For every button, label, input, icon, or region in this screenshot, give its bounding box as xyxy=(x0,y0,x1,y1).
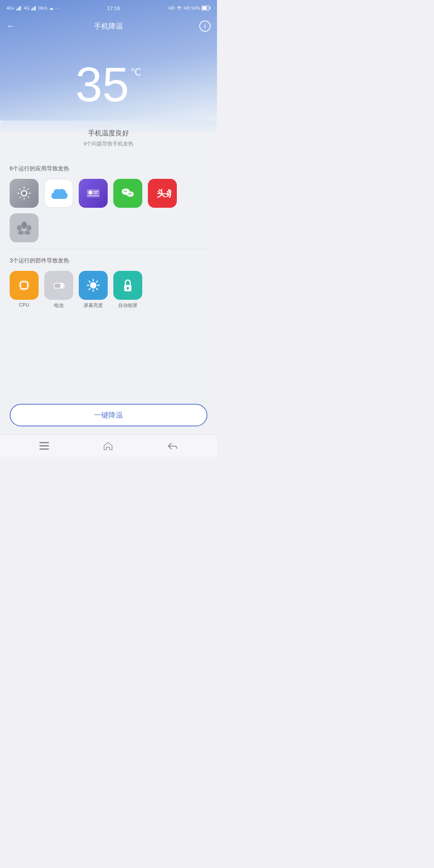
svg-point-12 xyxy=(22,191,26,195)
svg-point-14 xyxy=(88,190,92,194)
menu-nav-button[interactable] xyxy=(39,442,49,450)
back-button[interactable]: ← xyxy=(6,21,15,31)
brightness-label: 屏幕亮度 xyxy=(84,302,103,309)
component-battery[interactable]: 电池 xyxy=(44,271,73,309)
temperature-display: 35 ℃ xyxy=(76,60,141,108)
status-right: HD HD 54% xyxy=(168,6,211,10)
svg-rect-39 xyxy=(23,280,24,281)
svg-rect-36 xyxy=(28,285,29,285)
wechat-icon xyxy=(119,184,137,202)
svg-point-25 xyxy=(21,221,27,229)
svg-rect-17 xyxy=(88,195,99,196)
battery-comp-icon xyxy=(51,277,67,293)
svg-rect-9 xyxy=(202,7,207,10)
settings-icon xyxy=(15,184,33,202)
icloud-icon xyxy=(50,188,68,199)
battery-label: 电池 xyxy=(54,302,63,309)
toutiao-icon: 头条 xyxy=(154,184,171,202)
svg-point-23 xyxy=(130,193,131,194)
svg-point-21 xyxy=(126,191,127,192)
svg-rect-37 xyxy=(28,286,29,287)
svg-point-27 xyxy=(27,225,31,231)
lock-label: 自动锁屏 xyxy=(118,302,137,309)
svg-rect-58 xyxy=(127,288,128,290)
svg-rect-42 xyxy=(23,289,24,291)
svg-rect-45 xyxy=(55,284,60,288)
app-wechat[interactable] xyxy=(113,179,142,208)
cloud-icon: ☁ xyxy=(49,6,53,11)
battery-percent: HD 54% xyxy=(184,6,200,10)
app-settings[interactable] xyxy=(10,179,39,208)
svg-rect-2 xyxy=(19,7,20,10)
svg-point-22 xyxy=(129,193,130,194)
bottom-nav xyxy=(0,434,217,457)
cool-button[interactable]: 一键降温 xyxy=(10,404,207,426)
svg-rect-1 xyxy=(18,8,18,10)
speed-label: 0K/s xyxy=(39,6,47,10)
status-left: 4G+ 4G 0K/s ☁ ··· xyxy=(6,6,59,11)
components-section-title: 3个运行的部件导致发热 xyxy=(10,257,207,264)
svg-rect-41 xyxy=(22,289,23,291)
main-content: 手机温度良好 9个问题导致手机发热 6个运行的应用导致发热 xyxy=(0,121,217,457)
lock-icon xyxy=(120,277,136,293)
svg-point-29 xyxy=(25,231,30,235)
home-nav-button[interactable] xyxy=(103,441,113,451)
app-icloud[interactable] xyxy=(44,179,73,208)
svg-rect-33 xyxy=(19,285,20,285)
svg-point-26 xyxy=(17,225,22,231)
nav-bar: ← 手机降温 i xyxy=(0,16,217,36)
battery-icon xyxy=(202,6,211,10)
status-sub-text: 9个问题导致手机发热 xyxy=(0,140,217,147)
info-button[interactable]: i xyxy=(199,20,211,32)
hd-label: HD xyxy=(168,6,175,10)
signal2-label: 4G xyxy=(24,6,30,10)
svg-line-55 xyxy=(89,289,90,290)
status-main-text: 手机温度良好 xyxy=(0,129,217,138)
brightness-icon xyxy=(85,277,101,293)
svg-rect-46 xyxy=(63,284,65,287)
brightness-component-icon xyxy=(79,271,108,300)
svg-point-28 xyxy=(18,231,24,235)
bottom-area: 一键降温 xyxy=(0,396,217,434)
temperature-value: 35 xyxy=(76,60,129,108)
lock-component-icon xyxy=(113,271,142,300)
cpu-icon xyxy=(16,277,32,293)
svg-line-52 xyxy=(89,281,90,282)
svg-rect-15 xyxy=(94,191,98,192)
svg-rect-60 xyxy=(39,445,49,446)
component-brightness[interactable]: 屏幕亮度 xyxy=(79,271,108,309)
status-time: 17:16 xyxy=(107,5,120,11)
app-baidu[interactable] xyxy=(10,213,39,242)
battery-component-icon xyxy=(44,271,73,300)
idcard-icon xyxy=(84,184,102,202)
signal-label: 4G+ xyxy=(6,6,15,10)
svg-rect-59 xyxy=(39,442,49,443)
svg-rect-16 xyxy=(94,193,97,194)
baidu-icon xyxy=(15,219,33,237)
svg-point-20 xyxy=(124,191,125,192)
svg-rect-4 xyxy=(31,9,32,10)
svg-rect-43 xyxy=(25,289,26,291)
component-lock[interactable]: 自动锁屏 xyxy=(113,271,142,309)
component-cpu[interactable]: CPU xyxy=(10,271,39,309)
components-grid: CPU 电池 xyxy=(10,271,207,309)
svg-rect-31 xyxy=(21,283,27,288)
app-idcard[interactable] xyxy=(79,179,108,208)
svg-rect-38 xyxy=(22,280,23,281)
apps-grid: 头条 xyxy=(10,179,207,242)
svg-rect-7 xyxy=(35,6,36,10)
svg-text:头条: 头条 xyxy=(156,188,171,199)
svg-rect-10 xyxy=(210,7,211,9)
svg-rect-0 xyxy=(16,9,17,10)
temperature-unit: ℃ xyxy=(131,67,141,78)
components-section: 3个运行的部件导致发热 xyxy=(0,249,217,315)
page-title: 手机降温 xyxy=(94,21,123,31)
back-nav-button[interactable] xyxy=(167,442,178,450)
svg-rect-32 xyxy=(19,283,20,284)
app-toutiao[interactable]: 头条 xyxy=(148,179,177,208)
apps-section: 6个运行的应用导致发热 xyxy=(0,157,217,249)
svg-rect-34 xyxy=(19,286,20,287)
svg-rect-6 xyxy=(34,7,35,10)
svg-line-54 xyxy=(96,281,98,282)
dots-icon: ··· xyxy=(55,6,59,10)
